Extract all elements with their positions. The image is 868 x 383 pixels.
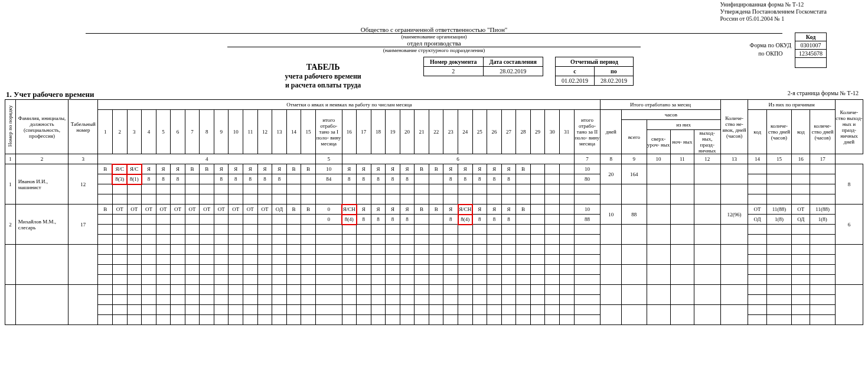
table-row <box>5 225 863 235</box>
table-row: 2Михайлов М.М., слесарь17ВОТОТОТОТОТОТОТ… <box>5 205 863 215</box>
doc-number-table: Номер документаДата составления 228.02.2… <box>423 57 543 90</box>
section-title: 1. Учет рабочего времени <box>6 90 94 99</box>
table-row <box>5 285 863 295</box>
table-row <box>5 265 863 275</box>
table-header: Номер по порядку Фамилия, инициалы, долж… <box>5 100 863 164</box>
codes-table: Код Форма по ОКУД0301007 по ОКПО12345678 <box>746 33 827 68</box>
dept-name: отдел производства <box>227 40 641 47</box>
table-row <box>5 184 863 194</box>
period-table: Отчетный период спо 01.02.201928.02.2019 <box>555 57 634 90</box>
title-row: ТАБЕЛЬ учета рабочего времени и расчета … <box>5 57 863 90</box>
page-note: 2-я страница формы № Т-12 <box>788 90 859 96</box>
main-table: Номер по порядку Фамилия, инициалы, долж… <box>5 99 863 325</box>
table-row: 1Иванов И.И., машинист12ВЯ/СЯ/СЯЯЯВВЯЯЯЯ… <box>5 164 863 174</box>
org-name: Общество с ограниченной ответственностью… <box>86 26 782 34</box>
org-block: Общество с ограниченной ответственностью… <box>5 26 863 53</box>
table-body: 1Иванов И.И., машинист12ВЯ/СЯ/СЯЯЯВВЯЯЯЯ… <box>5 164 863 325</box>
column-numbers: 123 45 67 89101112 1314151617 <box>5 154 863 164</box>
table-row <box>5 305 863 315</box>
form-note: Унифицированная форма № Т-12 Утверждена … <box>720 1 827 22</box>
table-row <box>5 245 863 255</box>
